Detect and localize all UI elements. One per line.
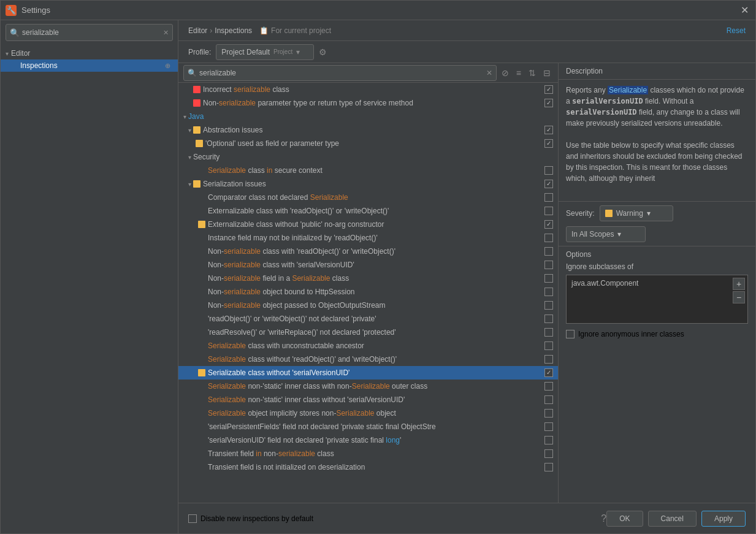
insp-label: Externalizable class without 'public' no… bbox=[208, 220, 542, 229]
insp-label: Non-serializable object bound to HttpSes… bbox=[208, 288, 542, 296]
insp-item-readresolve-protected[interactable]: 'readResolve()' or 'writeReplace()' not … bbox=[178, 326, 558, 339]
insp-item-serializable-secure[interactable]: Serializable class in secure context bbox=[178, 164, 558, 177]
cancel-button[interactable]: Cancel bbox=[648, 511, 697, 527]
insp-checkbox[interactable]: ✓ bbox=[544, 85, 553, 94]
insp-checkbox[interactable]: ✓ bbox=[544, 368, 553, 377]
insp-checkbox[interactable] bbox=[544, 449, 553, 458]
insp-label: Serializable class in secure context bbox=[208, 166, 542, 175]
insp-item-ser-no-svuid[interactable]: Serializable class without 'serialVersio… bbox=[178, 366, 558, 380]
insp-item-ser-stores-nonser[interactable]: Serializable object implicitly stores no… bbox=[178, 406, 558, 420]
insp-item-incorrect-serializable[interactable]: Incorrect serializable class ✓ bbox=[178, 83, 558, 96]
insp-checkbox[interactable]: ✓ bbox=[544, 99, 553, 107]
security-label: Security bbox=[193, 153, 553, 161]
sidebar-search-box[interactable]: 🔍 ✕ bbox=[6, 24, 173, 41]
insp-label: Non-serializable class with 'serialVersi… bbox=[208, 261, 542, 269]
insp-item-non-serializable-param[interactable]: Non-serializable parameter type or retur… bbox=[178, 96, 558, 110]
severity-icon bbox=[193, 126, 200, 134]
insp-label: Transient field is not initialized on de… bbox=[208, 463, 542, 471]
search-icon-tree: 🔍 bbox=[188, 69, 197, 77]
insp-checkbox[interactable] bbox=[544, 382, 553, 391]
sidebar-item-editor[interactable]: ▾ Editor bbox=[1, 47, 178, 59]
scope-dropdown[interactable]: In All Scopes ▾ bbox=[566, 226, 646, 242]
toolbar-filter-btn[interactable]: ⊘ bbox=[499, 67, 511, 79]
insp-checkbox[interactable] bbox=[544, 274, 553, 283]
ok-button[interactable]: OK bbox=[606, 511, 643, 527]
insp-item-instance-field[interactable]: Instance field may not be initialized by… bbox=[178, 231, 558, 245]
insp-category-java[interactable]: ▾ Java bbox=[178, 110, 558, 123]
insp-item-readobject-private[interactable]: 'readObject()' or 'writeObject()' not de… bbox=[178, 312, 558, 326]
inspection-search-clear[interactable]: ✕ bbox=[486, 69, 492, 77]
apply-button[interactable]: Apply bbox=[701, 511, 746, 527]
add-subclass-button[interactable]: + bbox=[733, 278, 745, 290]
insp-item-ser-no-readobject[interactable]: Serializable class without 'readObject()… bbox=[178, 353, 558, 366]
insp-checkbox[interactable] bbox=[544, 463, 553, 471]
insp-item-non-ser-svuid[interactable]: Non-serializable class with 'serialVersi… bbox=[178, 258, 558, 272]
ignore-anonymous-checkbox[interactable] bbox=[566, 330, 575, 338]
sidebar-item-inspections[interactable]: Inspections ⊕ bbox=[1, 59, 178, 72]
insp-checkbox[interactable] bbox=[544, 409, 553, 418]
profile-bar: Profile: Project Default Project ▾ ⚙ bbox=[178, 41, 755, 63]
insp-checkbox[interactable] bbox=[544, 193, 553, 202]
inspection-search-input[interactable] bbox=[199, 69, 486, 77]
insp-checkbox[interactable] bbox=[544, 301, 553, 310]
insp-item-non-ser-outputstream[interactable]: Non-serializable object passed to Object… bbox=[178, 299, 558, 312]
remove-subclass-button[interactable]: − bbox=[733, 291, 745, 303]
profile-dropdown[interactable]: Project Default Project ▾ bbox=[216, 44, 314, 60]
disable-checkbox[interactable] bbox=[188, 514, 197, 523]
severity-icon bbox=[198, 248, 205, 255]
insp-item-non-ser-httpsession[interactable]: Non-serializable object bound to HttpSes… bbox=[178, 285, 558, 299]
severity-icon bbox=[196, 140, 203, 147]
insp-checkbox[interactable] bbox=[544, 355, 553, 364]
insp-item-ser-unconstructable[interactable]: Serializable class with unconstructable … bbox=[178, 339, 558, 353]
for-current-label: For current project bbox=[271, 26, 331, 35]
insp-item-ser-nonstatic-nosvuid[interactable]: Serializable non-'static' inner class wi… bbox=[178, 393, 558, 406]
insp-item-serialpersistentfields[interactable]: 'serialPersistentFields' field not decla… bbox=[178, 420, 558, 433]
profile-tag: Project bbox=[273, 48, 292, 55]
insp-item-externalizable-noarg[interactable]: Externalizable class without 'public' no… bbox=[178, 218, 558, 231]
sidebar-search-clear[interactable]: ✕ bbox=[163, 29, 169, 37]
insp-checkbox[interactable]: ✓ bbox=[544, 180, 553, 188]
inspections-copy-icon: ⊕ bbox=[165, 62, 170, 70]
insp-checkbox[interactable] bbox=[544, 395, 553, 404]
insp-checkbox[interactable] bbox=[544, 288, 553, 296]
insp-checkbox[interactable]: ✓ bbox=[544, 139, 553, 148]
toolbar-collapse-btn[interactable]: ⇅ bbox=[526, 67, 538, 79]
insp-item-non-ser-field[interactable]: Non-serializable field in a Serializable… bbox=[178, 272, 558, 285]
sidebar-search-input[interactable] bbox=[22, 28, 163, 37]
severity-dropdown[interactable]: Warning ▾ bbox=[600, 205, 673, 221]
insp-item-transient-not-init[interactable]: Transient field is not initialized on de… bbox=[178, 460, 558, 474]
insp-checkbox[interactable] bbox=[544, 261, 553, 269]
insp-checkbox[interactable] bbox=[544, 422, 553, 431]
toolbar-minimize-btn[interactable]: ⊟ bbox=[541, 67, 553, 79]
insp-checkbox[interactable] bbox=[544, 234, 553, 242]
insp-checkbox[interactable]: ✓ bbox=[544, 126, 553, 134]
insp-checkbox[interactable] bbox=[544, 341, 553, 350]
insp-category-abstraction[interactable]: ▾ Abstraction issues ✓ bbox=[178, 123, 558, 137]
inspection-search-box[interactable]: 🔍 ✕ bbox=[183, 65, 497, 81]
insp-checkbox[interactable]: ✓ bbox=[544, 220, 553, 229]
toolbar-expand-btn[interactable]: ≡ bbox=[514, 67, 524, 79]
insp-checkbox[interactable] bbox=[544, 166, 553, 175]
insp-item-externalizable-readobject[interactable]: Externalizable class with 'readObject()'… bbox=[178, 204, 558, 218]
insp-item-optional-field[interactable]: 'Optional' used as field or parameter ty… bbox=[178, 137, 558, 150]
help-button[interactable]: ? bbox=[601, 513, 606, 524]
insp-category-serialization[interactable]: ▾ Serialization issues ✓ bbox=[178, 177, 558, 191]
expand-arrow: ▾ bbox=[188, 154, 191, 161]
close-button[interactable]: ✕ bbox=[738, 4, 750, 16]
gear-button[interactable]: ⚙ bbox=[319, 47, 327, 57]
reset-link[interactable]: Reset bbox=[727, 26, 746, 35]
insp-item-svuid-not-final[interactable]: 'serialVersionUID' field not declared 'p… bbox=[178, 433, 558, 447]
insp-item-non-ser-readobject[interactable]: Non-serializable class with 'readObject(… bbox=[178, 245, 558, 258]
scope-dropdown-arrow: ▾ bbox=[617, 230, 621, 238]
insp-category-security[interactable]: ▾ Security bbox=[178, 150, 558, 164]
insp-item-comparator[interactable]: Comparator class not declared Serializab… bbox=[178, 191, 558, 204]
insp-item-transient-nonser[interactable]: Transient field in non-serializable clas… bbox=[178, 447, 558, 460]
for-current-project: 📋 For current project bbox=[259, 26, 331, 35]
insp-checkbox[interactable] bbox=[544, 315, 553, 323]
insp-item-ser-nonstatic-ser[interactable]: Serializable non-'static' inner class wi… bbox=[178, 380, 558, 393]
insp-label: Instance field may not be initialized by… bbox=[208, 234, 542, 242]
insp-checkbox[interactable] bbox=[544, 247, 553, 256]
insp-checkbox[interactable] bbox=[544, 436, 553, 444]
insp-checkbox[interactable] bbox=[544, 207, 553, 215]
insp-checkbox[interactable] bbox=[544, 328, 553, 337]
